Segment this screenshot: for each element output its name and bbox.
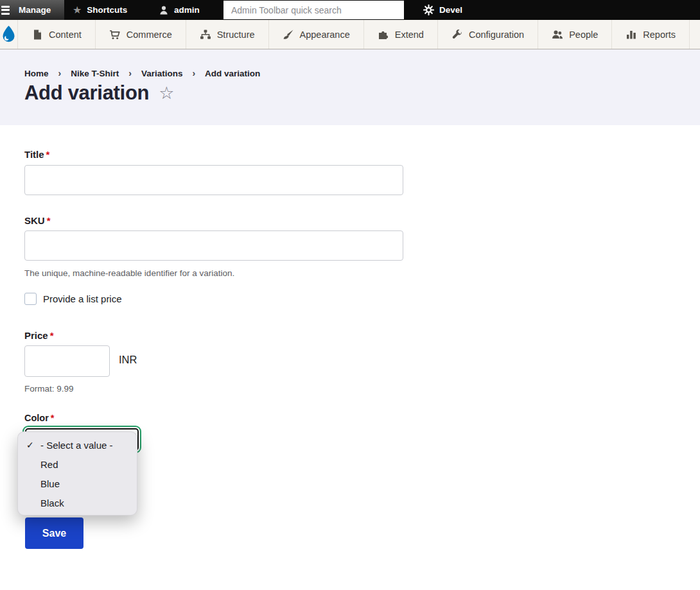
color-option-blue[interactable]: Blue — [18, 474, 137, 493]
barchart-icon — [626, 29, 637, 40]
color-dropdown-menu: ✓ - Select a value - Red Blue Black — [17, 431, 137, 516]
page-title: Add variation — [24, 82, 149, 105]
menu-item-commerce[interactable]: Commerce — [95, 20, 186, 49]
menu-item-help[interactable]: ? Help — [689, 20, 700, 49]
menu-item-reports[interactable]: Reports — [611, 20, 689, 49]
color-option-black[interactable]: Black — [18, 493, 137, 512]
required-marker: * — [46, 149, 50, 160]
favorite-star-icon[interactable]: ☆ — [159, 85, 174, 102]
save-button[interactable]: Save — [25, 517, 83, 549]
puzzle-icon — [378, 29, 389, 40]
breadcrumb-current: Add variation — [205, 69, 260, 78]
people-icon — [552, 29, 563, 40]
devel-menu[interactable]: Devel — [423, 0, 462, 20]
quick-search-input[interactable] — [223, 1, 404, 19]
title-label: Title* — [24, 149, 49, 160]
list-price-checkbox[interactable] — [24, 293, 37, 305]
drupal-logo-icon — [0, 25, 17, 44]
required-marker: * — [50, 330, 54, 341]
chevron-right-icon: › — [192, 68, 195, 78]
shortcuts-tab[interactable]: ★ Shortcuts — [73, 0, 127, 20]
manage-tab[interactable]: Manage — [0, 0, 64, 20]
manage-label: Manage — [19, 5, 51, 15]
color-label: Color* — [24, 413, 55, 423]
sitemap-icon — [200, 29, 211, 40]
breadcrumb-variations[interactable]: Variations — [141, 69, 183, 78]
required-marker: * — [47, 215, 51, 226]
required-marker: * — [51, 413, 55, 423]
price-label: Price* — [24, 330, 54, 341]
breadcrumb: Home › Nike T-Shirt › Variations › Add v… — [24, 68, 260, 78]
currency-code: INR — [119, 354, 137, 366]
page: Manage ★ Shortcuts admin — [0, 0, 700, 590]
chevron-right-icon: › — [58, 68, 62, 78]
price-description: Format: 9.99 — [24, 384, 74, 394]
chevron-right-icon: › — [128, 68, 132, 78]
document-icon — [31, 29, 43, 40]
admin-menu-bar: Content Commerce Structure — [0, 20, 700, 49]
breadcrumb-home[interactable]: Home — [24, 69, 49, 78]
menu-item-appearance[interactable]: Appearance — [268, 20, 363, 49]
color-option-none[interactable]: ✓ - Select a value - — [18, 435, 137, 455]
menu-item-content[interactable]: Content — [17, 20, 95, 49]
cart-icon — [109, 29, 121, 40]
menu-item-structure[interactable]: Structure — [186, 20, 268, 49]
star-icon: ★ — [73, 5, 82, 15]
menu-item-people[interactable]: People — [538, 20, 611, 49]
price-input[interactable] — [24, 345, 110, 377]
user-menu[interactable]: admin — [159, 0, 200, 20]
breadcrumb-product[interactable]: Nike T-Shirt — [71, 69, 119, 78]
paintbrush-icon — [283, 29, 294, 40]
menu-item-configuration[interactable]: Configuration — [437, 20, 538, 49]
color-option-red[interactable]: Red — [18, 455, 137, 474]
sku-description: The unique, machine-readable identifier … — [24, 268, 234, 278]
wrench-icon — [451, 29, 463, 40]
drupal-home-button[interactable] — [0, 20, 17, 49]
menu-item-extend[interactable]: Extend — [363, 20, 437, 49]
list-price-label[interactable]: Provide a list price — [43, 293, 122, 304]
variation-form: Title* SKU* The unique, machine-readable… — [0, 125, 700, 590]
checkmark-icon: ✓ — [26, 440, 34, 450]
gear-icon — [423, 4, 434, 15]
sku-input[interactable] — [24, 230, 403, 261]
page-header: Home › Nike T-Shirt › Variations › Add v… — [0, 49, 700, 125]
sku-label: SKU* — [24, 215, 51, 226]
user-icon — [159, 5, 169, 15]
admin-toolbar: Manage ★ Shortcuts admin — [0, 0, 700, 20]
hamburger-icon — [1, 6, 11, 15]
title-input[interactable] — [24, 165, 403, 195]
